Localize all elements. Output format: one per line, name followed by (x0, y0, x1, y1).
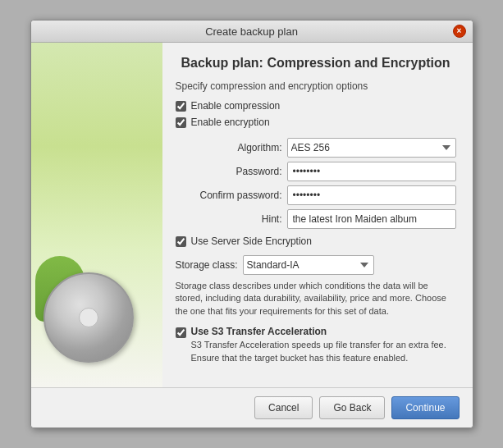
password-input[interactable] (287, 162, 456, 181)
dialog-window: Create backup plan × Backup plan: Compre… (30, 20, 473, 428)
footer: Cancel Go Back Continue (31, 387, 473, 427)
cd-icon (43, 272, 134, 363)
form-grid: Algorithm: AES 256 AES 128 AES 192 Passw… (176, 138, 456, 229)
description: Specify compression and encryption optio… (176, 80, 456, 92)
storage-class-label: Storage class: (176, 259, 238, 271)
title-bar: Create backup plan × (31, 21, 473, 43)
hint-input[interactable] (287, 209, 456, 229)
server-side-encryption-label: Use Server Side Encryption (191, 235, 312, 247)
s3-title: Use S3 Transfer Acceleration (191, 326, 456, 337)
storage-class-select[interactable]: Standard-IA Standard Glacier Intelligent… (243, 255, 374, 275)
algorithm-select[interactable]: AES 256 AES 128 AES 192 (287, 138, 456, 158)
enable-compression-row: Enable compression (176, 100, 456, 112)
continue-button[interactable]: Continue (391, 396, 459, 419)
go-back-button[interactable]: Go Back (319, 396, 385, 419)
server-side-encryption-row: Use Server Side Encryption (176, 235, 456, 247)
storage-description: Storage class describes under which cond… (176, 280, 456, 318)
right-panel: Backup plan: Compression and Encryption … (162, 43, 473, 387)
enable-encryption-checkbox[interactable] (176, 117, 186, 128)
enable-compression-label: Enable compression (191, 100, 281, 112)
enable-encryption-row: Enable encryption (176, 117, 456, 128)
window-title: Create backup plan (51, 25, 453, 38)
enable-encryption-label: Enable encryption (191, 117, 270, 128)
content-area: Backup plan: Compression and Encryption … (31, 43, 473, 387)
page-title: Backup plan: Compression and Encryption (176, 56, 456, 71)
confirm-password-input[interactable] (287, 185, 456, 205)
enable-compression-checkbox[interactable] (176, 101, 186, 112)
password-label: Password: (176, 166, 282, 177)
confirm-password-label: Confirm password: (176, 190, 282, 201)
cancel-button[interactable]: Cancel (254, 396, 313, 419)
hint-label: Hint: (176, 213, 282, 225)
server-side-encryption-checkbox[interactable] (176, 236, 186, 247)
s3-description: S3 Transfer Acceleration speeds up file … (191, 339, 456, 364)
s3-section: Use S3 Transfer Acceleration S3 Transfer… (176, 326, 456, 364)
s3-text-block: Use S3 Transfer Acceleration S3 Transfer… (191, 326, 456, 364)
algorithm-label: Algorithm: (176, 142, 282, 153)
storage-class-row: Storage class: Standard-IA Standard Glac… (176, 255, 456, 275)
s3-checkbox[interactable] (176, 327, 186, 338)
left-panel (31, 43, 162, 387)
close-button[interactable]: × (453, 25, 466, 38)
